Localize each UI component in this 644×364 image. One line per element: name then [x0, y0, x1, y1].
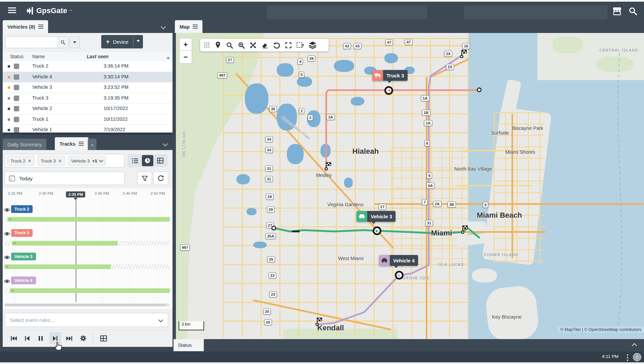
visibility-eye-icon[interactable] — [4, 279, 10, 284]
track-vehicle-badge[interactable]: Truck 2 — [11, 205, 33, 213]
timeline-tick[interactable]: 2:45 PM — [123, 191, 137, 195]
vehicle-name: Truck 3 — [32, 95, 48, 101]
map-zoom-out-button[interactable]: − — [179, 50, 192, 64]
vehicles-menu-icon[interactable] — [38, 25, 43, 29]
eraser-icon[interactable] — [261, 41, 269, 49]
kebab-menu-icon[interactable] — [627, 354, 628, 362]
tracks-timeline[interactable]: 2:25 PM2:30 PM2:35 PM2:40 PM2:45 PM2:50 … — [3, 188, 173, 309]
map-zoom-in-button[interactable]: + — [179, 38, 192, 51]
no-data-hatch[interactable] — [4, 288, 9, 293]
road-shield: 43 — [354, 43, 362, 49]
visibility-eye-icon[interactable] — [4, 231, 10, 236]
no-data-hatch[interactable] — [118, 241, 170, 246]
vehicle-position-marker[interactable] — [384, 86, 393, 95]
place-label: FISHER ISLAND — [484, 253, 519, 257]
timeline-tick[interactable]: 2:40 PM — [95, 191, 109, 195]
tab-vehicles[interactable]: Vehicles (8) — [3, 20, 48, 33]
chip-remove-icon[interactable]: ✕ — [58, 158, 62, 163]
chevron-down-icon[interactable] — [99, 158, 103, 162]
map-vehicle-label[interactable]: Truck 3 — [372, 70, 408, 81]
tracks-collapse-chevron-icon[interactable] — [163, 141, 168, 147]
add-device-button[interactable]: + Device — [101, 35, 143, 48]
zoom-in-icon[interactable] — [237, 41, 245, 49]
column-status[interactable]: Status — [10, 54, 24, 59]
vehicle-search-input[interactable] — [8, 38, 58, 47]
skip-to-start-button[interactable] — [8, 332, 20, 344]
column-name[interactable]: Name — [32, 54, 45, 59]
no-data-hatch[interactable] — [4, 241, 11, 246]
vehicle-filter-chip[interactable]: Truck 2 ✕ — [7, 156, 35, 166]
location-pin-icon[interactable] — [214, 41, 222, 49]
chip-remove-icon[interactable]: ✕ — [28, 158, 32, 163]
table-row[interactable]: Vehicle 3 3:23:52 PM — [3, 82, 173, 93]
timeline-current-time[interactable]: 2:35 PM — [66, 191, 85, 197]
search-icon[interactable] — [226, 41, 233, 49]
map-menu-icon[interactable] — [193, 25, 198, 29]
select-query-icon[interactable]: ? — [296, 41, 304, 49]
column-last-seen[interactable]: Last seen — [87, 54, 109, 59]
timeline-view-toggle[interactable] — [142, 155, 153, 166]
marketplace-button[interactable] — [612, 7, 622, 15]
select-area-icon[interactable] — [285, 41, 292, 49]
date-range-picker[interactable]: Today — [5, 172, 124, 185]
tab-map[interactable]: Map — [175, 20, 202, 33]
vehicle-search-button[interactable] — [58, 37, 68, 48]
status-expand-chevron-icon[interactable] — [632, 343, 637, 349]
map-canvas[interactable]: 27997439543434747162X2X35221A34343131292… — [176, 33, 644, 339]
timeline-tick[interactable]: 2:25 PM — [8, 191, 23, 195]
tab-daily-summary[interactable]: Daily Summary — [3, 139, 46, 150]
vehicles-collapse-chevron-icon[interactable] — [161, 24, 166, 30]
undo-icon[interactable] — [273, 41, 280, 49]
vehicle-filter-chip[interactable]: Truck 3 ✕ — [37, 156, 65, 166]
table-row[interactable]: Truck 2 3:36:14 PM — [3, 61, 173, 72]
list-view-toggle[interactable] — [129, 155, 141, 166]
no-data-hatch[interactable] — [4, 217, 7, 222]
table-row[interactable]: Vehicle 2 10/17/2022 — [3, 104, 173, 114]
table-view-toggle[interactable] — [154, 155, 166, 166]
status-tab[interactable]: Status — [174, 339, 204, 351]
no-data-hatch[interactable] — [111, 264, 170, 269]
trip-bar[interactable]: ➔ — [4, 264, 111, 269]
sort-ascending-icon[interactable] — [166, 55, 170, 59]
user-avatar-badge[interactable]: 0 — [633, 353, 641, 361]
table-row[interactable]: Vehicle 4 3:30:14 PM — [3, 72, 173, 83]
device-dropdown-button[interactable] — [133, 35, 143, 48]
map-vehicle-label[interactable]: Vehicle 3 — [356, 211, 395, 222]
vehicle-filter-chip[interactable]: Vehicle 3 +1 — [68, 156, 106, 166]
search-options-button[interactable] — [70, 36, 80, 48]
layers-icon[interactable] — [308, 41, 317, 49]
refresh-button[interactable] — [153, 172, 168, 185]
map-vehicle-label[interactable]: Vehicle 4 — [379, 255, 418, 266]
timeline-tick[interactable]: 2:30 PM — [39, 191, 53, 195]
main-menu-button[interactable] — [8, 7, 16, 13]
trademark: ™ — [70, 9, 72, 12]
trip-bar[interactable]: ➔ — [10, 288, 170, 293]
event-rules-select[interactable]: Select event rules... — [5, 313, 168, 327]
drag-handle-icon[interactable] — [203, 42, 210, 48]
tracks-menu-icon[interactable] — [79, 142, 84, 146]
timeline-scrollbar[interactable] — [4, 303, 170, 306]
skip-to-end-button[interactable] — [63, 332, 75, 344]
timeline-tick[interactable]: 2:50 PM — [151, 191, 165, 195]
vehicle-filter-chips[interactable]: Truck 2 ✕ Truck 3 ✕ Vehicle 3 +1 — [5, 154, 124, 168]
trip-bar[interactable]: ➔ — [7, 217, 170, 222]
playback-table-button[interactable] — [98, 332, 110, 344]
trip-bar[interactable]: ➔ — [12, 241, 118, 246]
table-row[interactable]: Truck 1 10/11/2022 — [3, 114, 173, 125]
visibility-eye-icon[interactable] — [4, 255, 10, 260]
vehicle-icon — [372, 70, 383, 81]
tab-tracks[interactable]: Tracks — [55, 137, 88, 150]
track-vehicle-badge[interactable]: Vehicle 4 — [11, 277, 36, 284]
step-back-button[interactable] — [21, 332, 33, 344]
pause-button[interactable] — [35, 332, 47, 344]
tab-overflow[interactable]: » — [88, 139, 97, 150]
visibility-eye-icon[interactable] — [4, 208, 10, 212]
fit-extent-icon[interactable] — [249, 41, 257, 49]
vehicle-search-group — [5, 36, 68, 48]
global-search-button[interactable] — [628, 6, 638, 16]
track-vehicle-badge[interactable]: Truck 3 — [11, 229, 33, 237]
table-row[interactable]: Truck 3 3:19:35 PM — [3, 93, 173, 104]
track-vehicle-badge[interactable]: Vehicle 3 — [11, 253, 36, 260]
filter-button[interactable] — [137, 172, 152, 185]
playback-settings-button[interactable] — [77, 332, 89, 344]
